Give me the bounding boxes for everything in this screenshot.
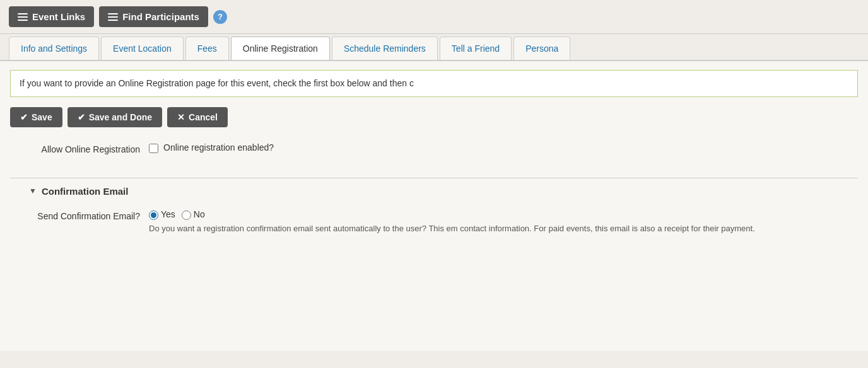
- action-buttons: ✔ Save ✔ Save and Done ✕ Cancel: [10, 107, 858, 127]
- yes-option: Yes: [149, 209, 175, 220]
- hamburger-icon-2: [108, 13, 118, 21]
- tab-persona[interactable]: Persona: [513, 37, 570, 60]
- save-and-done-button[interactable]: ✔ Save and Done: [67, 107, 162, 127]
- confirmation-email-header: ▼ Confirmation Email: [10, 178, 858, 203]
- send-confirmation-yes-radio[interactable]: [149, 210, 158, 220]
- hamburger-icon: [18, 13, 28, 21]
- toolbar: Event Links Find Participants ?: [0, 0, 868, 34]
- allow-online-registration-field: Online registration enabled?: [149, 142, 858, 153]
- cancel-label: Cancel: [189, 112, 218, 122]
- info-banner: If you want to provide an Online Registr…: [10, 70, 858, 97]
- save-button[interactable]: ✔ Save: [10, 107, 62, 127]
- online-registration-section: Allow Online Registration Online registr…: [10, 142, 858, 178]
- confirmation-email-section: ▼ Confirmation Email Send Confirmation E…: [10, 178, 858, 235]
- no-option: No: [182, 209, 205, 220]
- section-collapse-icon[interactable]: ▼: [29, 187, 37, 195]
- tab-info-settings[interactable]: Info and Settings: [9, 37, 99, 60]
- send-confirmation-description: Do you want a registration confirmation …: [149, 222, 858, 235]
- tab-schedule-reminders[interactable]: Schedule Reminders: [332, 37, 438, 60]
- tab-tell-a-friend[interactable]: Tell a Friend: [440, 37, 512, 60]
- find-participants-label: Find Participants: [122, 11, 199, 22]
- save-checkmark-icon: ✔: [20, 112, 28, 122]
- no-label[interactable]: No: [194, 209, 205, 219]
- tab-event-location[interactable]: Event Location: [101, 37, 184, 60]
- allow-online-registration-label: Allow Online Registration: [10, 142, 149, 156]
- event-links-button[interactable]: Event Links: [9, 6, 94, 27]
- allow-online-registration-row: Allow Online Registration Online registr…: [10, 142, 858, 156]
- send-confirmation-row: Send Confirmation Email? Yes No Do you w…: [10, 209, 858, 235]
- cancel-button[interactable]: ✕ Cancel: [167, 107, 228, 127]
- send-confirmation-radio-group: Yes No: [149, 209, 858, 220]
- tab-online-registration[interactable]: Online Registration: [231, 37, 330, 61]
- main-content: If you want to provide an Online Registr…: [0, 61, 868, 351]
- tab-fees[interactable]: Fees: [185, 37, 229, 60]
- confirmation-email-title: Confirmation Email: [42, 186, 129, 197]
- cancel-x-icon: ✕: [177, 112, 185, 122]
- send-confirmation-label: Send Confirmation Email?: [10, 209, 149, 223]
- online-registration-checkbox[interactable]: [149, 144, 158, 153]
- save-done-check-icon: ✔: [78, 112, 85, 122]
- save-done-label: Save and Done: [89, 112, 152, 122]
- send-confirmation-field: Yes No Do you want a registration confir…: [149, 209, 858, 235]
- help-icon-label: ?: [218, 12, 223, 21]
- tabs-bar: Info and Settings Event Location Fees On…: [0, 37, 868, 61]
- save-label: Save: [32, 112, 52, 122]
- find-participants-button[interactable]: Find Participants: [99, 6, 208, 27]
- send-confirmation-no-radio[interactable]: [182, 210, 191, 220]
- event-links-label: Event Links: [32, 11, 85, 22]
- online-registration-checkbox-label[interactable]: Online registration enabled?: [163, 142, 274, 152]
- yes-label[interactable]: Yes: [161, 209, 175, 219]
- info-banner-text: If you want to provide an Online Registr…: [20, 78, 414, 88]
- help-icon[interactable]: ?: [213, 10, 227, 24]
